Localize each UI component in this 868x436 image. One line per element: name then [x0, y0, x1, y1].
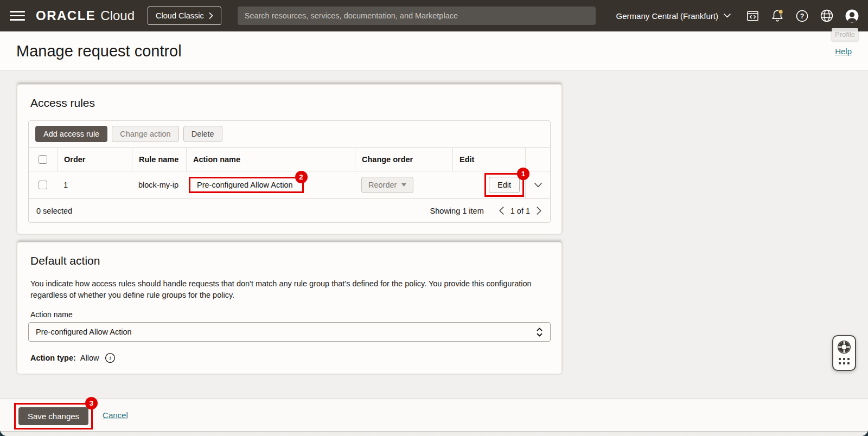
default-action-panel: Default action You indicate how access r… — [17, 242, 562, 374]
brand-cloud: Cloud — [100, 8, 135, 23]
action-name-selected-value: Pre-configured Allow Action — [36, 328, 132, 336]
pagination-label: 1 of 1 — [510, 207, 530, 215]
reorder-dropdown[interactable]: Reorder — [361, 177, 413, 193]
action-type-row: Action type: Allow i — [30, 352, 551, 363]
app-window: ORACLE Cloud Cloud Classic Germany Centr… — [0, 0, 868, 436]
svg-text:?: ? — [800, 12, 805, 20]
annotation-box-save: Save changes 3 — [14, 403, 93, 429]
life-ring-icon — [837, 339, 852, 355]
cloud-classic-button[interactable]: Cloud Classic — [148, 7, 221, 25]
table-header-row: Order Rule name Action name Change order… — [29, 148, 550, 171]
page-title: Manage request control — [16, 42, 182, 60]
notification-dot — [778, 10, 783, 14]
default-action-title: Default action — [30, 242, 551, 267]
access-rules-panel: Access rules Add access rule Change acti… — [17, 84, 562, 234]
add-access-rule-button[interactable]: Add access rule — [35, 126, 107, 142]
cloud-shell-button[interactable] — [746, 9, 760, 23]
row-checkbox[interactable] — [39, 181, 47, 189]
globe-icon — [820, 9, 834, 23]
row-action-name-value: Pre-configured Allow Action — [197, 181, 293, 189]
floating-help-widget — [832, 335, 856, 371]
action-type-value: Allow — [80, 354, 99, 362]
select-all-checkbox[interactable] — [39, 155, 47, 164]
profile-tooltip: Profile — [832, 28, 858, 41]
showing-items-label: Showing 1 item — [430, 207, 484, 215]
column-header-rule-name: Rule name — [132, 148, 186, 171]
chevron-left-icon — [499, 207, 504, 215]
support-button[interactable] — [837, 339, 852, 355]
info-icon: i — [105, 352, 116, 363]
column-header-order: Order — [57, 148, 132, 171]
row-expand-button[interactable] — [534, 183, 542, 188]
region-label: Germany Central (Frankfurt) — [616, 11, 718, 21]
annotation-box-action-name: Pre-configured Allow Action 2 — [189, 177, 304, 193]
access-rules-title: Access rules — [30, 85, 551, 110]
row-rule-name-value: block-my-ip — [132, 171, 186, 198]
language-button[interactable] — [820, 9, 834, 23]
cancel-link[interactable]: Cancel — [103, 411, 128, 420]
annotation-box-edit: Edit 1 — [484, 173, 524, 197]
column-header-change-order: Change order — [355, 148, 452, 171]
bell-icon — [770, 9, 784, 23]
region-selector[interactable]: Germany Central (Frankfurt) — [616, 11, 731, 21]
code-console-icon — [746, 9, 760, 23]
avatar-icon — [845, 9, 859, 23]
oracle-cloud-logo: ORACLE Cloud — [36, 8, 135, 23]
action-name-label: Action name — [30, 310, 551, 319]
reorder-label: Reorder — [368, 181, 397, 189]
caret-down-icon — [401, 183, 406, 187]
table-toolbar: Add access rule Change action Delete — [29, 121, 550, 148]
cloud-classic-label: Cloud Classic — [156, 11, 204, 20]
page-header: Manage request control Help — [0, 31, 868, 71]
chevron-right-icon — [537, 207, 541, 215]
change-action-button[interactable]: Change action — [112, 126, 179, 142]
search-input[interactable] — [238, 7, 596, 25]
row-order-value: 1 — [57, 171, 132, 198]
pagination-prev-button[interactable] — [498, 206, 505, 216]
profile-button[interactable] — [845, 9, 859, 23]
page-footer: Terms of Use and Privacy Cookie Preferen… — [0, 431, 868, 436]
grid-dots-icon — [839, 358, 850, 364]
delete-button[interactable]: Delete — [183, 126, 222, 142]
hamburger-menu-icon[interactable] — [10, 11, 25, 21]
topbar-right-cluster: Germany Central (Frankfurt) — [616, 9, 859, 23]
question-icon: ? — [795, 9, 809, 23]
select-chevrons-icon — [536, 327, 543, 337]
access-rules-table: Add access rule Change action Delete Ord… — [28, 120, 551, 223]
table-footer: 0 selected Showing 1 item 1 of 1 — [29, 199, 550, 222]
action-type-info-button[interactable]: i — [105, 352, 116, 363]
edit-button[interactable]: Edit — [489, 177, 520, 193]
main-content: Access rules Add access rule Change acti… — [0, 84, 868, 399]
table-row: 1 block-my-ip Pre-configured Allow Actio… — [29, 171, 550, 199]
column-header-expander — [525, 148, 550, 171]
default-action-description: You indicate how access rules should han… — [30, 278, 545, 301]
chevron-down-icon — [534, 183, 542, 188]
notifications-button[interactable] — [770, 9, 784, 23]
help-link[interactable]: Help — [835, 47, 852, 56]
pagination-next-button[interactable] — [535, 206, 542, 216]
brand-oracle: ORACLE — [36, 8, 95, 23]
selected-count: 0 selected — [36, 207, 72, 215]
top-navigation-bar: ORACLE Cloud Cloud Classic Germany Centr… — [0, 0, 868, 31]
action-type-label: Action type: — [30, 354, 76, 362]
annotation-badge-1: 1 — [517, 168, 529, 180]
help-menu-button[interactable]: ? — [795, 9, 809, 23]
column-header-edit: Edit — [452, 148, 525, 171]
save-section: Save changes 3 Cancel — [0, 399, 868, 431]
action-name-select[interactable]: Pre-configured Allow Action — [28, 322, 551, 342]
save-changes-button[interactable]: Save changes — [18, 407, 88, 425]
annotation-badge-3: 3 — [85, 397, 98, 409]
annotation-badge-2: 2 — [295, 171, 308, 183]
app-launcher-button[interactable] — [839, 355, 850, 364]
chevron-right-icon — [209, 12, 213, 19]
chevron-down-icon — [724, 14, 731, 18]
column-header-action-name: Action name — [186, 148, 355, 171]
svg-text:i: i — [110, 355, 111, 361]
